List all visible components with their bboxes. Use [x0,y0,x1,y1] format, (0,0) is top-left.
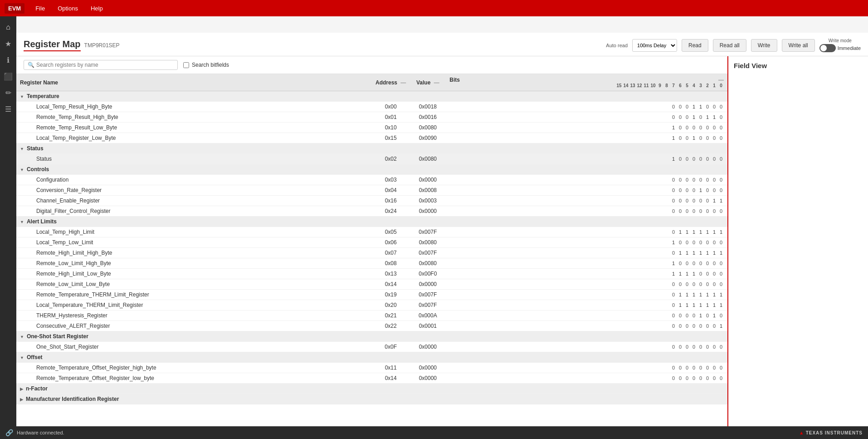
table-row[interactable]: One_Shot_Start_Register0x0F0x00000000000… [16,342,727,352]
sidebar-star-icon[interactable]: ★ [1,36,15,51]
bit-value: 0 [691,198,697,203]
chevron-icon: ▼ [20,147,24,151]
bit-value: 0 [678,198,683,203]
bit-value: 1 [671,261,676,266]
bit-value: 0 [684,135,690,141]
page-title: Register Map [24,39,81,51]
table-row[interactable]: ▼One-Shot Start Register [16,331,727,342]
bit-value: 0 [712,261,717,266]
value-cell: 0x0008 [410,185,446,196]
table-row[interactable]: Status0x020x008010000000 [16,154,727,164]
menu-help[interactable]: Help [89,4,105,13]
table-row[interactable]: Conversion_Rate_Register0x040x0008000010… [16,185,727,196]
table-row[interactable]: ▼Temperature [16,91,727,102]
bit-value: 0 [678,177,683,183]
group-label: ▼Alert Limits [16,217,727,227]
bit-value: 0 [718,261,724,266]
bit-value: 1 [691,114,697,120]
register-name-cell: Digital_Filter_Control_Register [16,206,372,217]
table-row[interactable]: Remote_High_Limit_Low_Byte0x130x00F01111… [16,269,727,279]
value-cell: 0x0080 [410,258,446,269]
bit-value: 0 [705,208,710,214]
write-mode-toggle[interactable] [819,44,836,52]
table-row[interactable]: ▼Controls [16,164,727,175]
address-cell: 0x00 [372,102,410,112]
table-row[interactable]: Remote_Temperature_THERM_Limit_Register0… [16,290,727,300]
bit-value: 1 [698,229,703,235]
bit-value: 0 [691,240,697,245]
sidebar-info-icon[interactable]: ℹ [1,53,15,67]
table-row[interactable]: Remote_Low_Limit_Low_Byte0x140x000000000… [16,279,727,290]
address-cell: 0x05 [372,227,410,237]
bits-col-sep[interactable]: — [718,77,724,83]
table-row[interactable]: Local_Temp_High_Limit0x050x007F01111111 [16,227,727,237]
bit-value: 0 [678,104,683,109]
bit-value: 0 [671,208,676,214]
bit-value: 0 [705,261,710,266]
sidebar-list-icon[interactable]: ☰ [1,102,15,116]
table-row[interactable]: Local_Temp_Low_Limit0x060x008010000000 [16,237,727,248]
bit-value: 0 [678,187,683,193]
table-row[interactable]: Remote_Low_Limit_High_Byte0x080x00801000… [16,258,727,269]
table-row[interactable]: ▼Alert Limits [16,217,727,227]
bit-value: 0 [684,365,690,370]
col-bits: Bits — 15 14 13 12 11 10 [446,74,727,91]
top-menu: File Options Help [34,4,105,13]
bits-label: Bits [449,77,460,83]
value-cell: 0x0000 [410,279,446,290]
register-table[interactable]: Register Name Address — Value — Bits [16,74,727,439]
search-input[interactable] [36,62,174,68]
table-row[interactable]: Channel_Enable_Register0x160x00030000001… [16,196,727,206]
read-all-button[interactable]: Read all [713,39,746,52]
bit-value: 0 [705,135,710,141]
bit-value: 0 [705,104,710,109]
bit-value: 0 [671,292,676,297]
address-col-sep[interactable]: — [400,79,406,86]
register-name-cell: Conversion_Rate_Register [16,185,372,196]
bit-value: 1 [712,313,717,318]
menu-options[interactable]: Options [56,4,80,13]
table-row[interactable]: Digital_Filter_Control_Register0x240x000… [16,206,727,217]
write-all-button[interactable]: Write all [782,39,815,52]
bits-cell: 00000000 [446,373,727,384]
table-row[interactable]: Remote_Temperature_Offset_Register_low_b… [16,373,727,384]
ti-icon: ▲ [799,430,804,435]
table-row[interactable]: Remote_Temp_Result_Low_Byte0x100x0080100… [16,123,727,133]
bit-value: 0 [718,281,724,287]
table-row[interactable]: THERM_Hysteresis_Register0x210x000A00001… [16,311,727,321]
sidebar-chart-icon[interactable]: ⬛ [1,69,15,84]
value-col-sep[interactable]: — [434,79,439,86]
read-button[interactable]: Read [682,39,708,52]
group-label: ▼One-Shot Start Register [16,331,727,342]
bit-value: 0 [678,240,683,245]
table-row[interactable]: Consecutive_ALERT_Register0x220x00010000… [16,321,727,331]
chevron-icon: ▼ [20,220,24,224]
search-input-wrapper: 🔍 [24,60,178,70]
table-row[interactable]: Remote_Temp_Result_High_Byte0x010x001600… [16,112,727,123]
sidebar-home-icon[interactable]: ⌂ [1,20,15,35]
delay-select[interactable]: 100ms Delay 500ms Delay 1s Delay [632,39,677,52]
bit-value: 1 [698,250,703,256]
table-row[interactable]: ▶Manufacturer Identification Register [16,394,727,404]
register-name-cell: One_Shot_Start_Register [16,342,372,352]
search-bitfields-checkbox[interactable] [183,62,189,68]
bits-cell: 10010000 [446,133,727,143]
table-row[interactable]: Remote_High_Limit_High_Byte0x070x007F011… [16,248,727,258]
bit-value: 0 [671,375,676,381]
sidebar-edit-icon[interactable]: ✏ [1,85,15,100]
write-button[interactable]: Write [751,39,777,52]
table-row[interactable]: Local_Temperature_THERM_Limit_Register0x… [16,300,727,311]
table-row[interactable]: Local_Temp_Register_Low_Byte0x150x009010… [16,133,727,143]
table-row[interactable]: ▼Offset [16,352,727,363]
table-row[interactable]: Remote_Temperature_Offset_Register_high_… [16,363,727,373]
table-row[interactable]: Configuration0x030x000000000000 [16,175,727,185]
table-row[interactable]: ▶n-Factor [16,384,727,394]
bit-value: 0 [698,261,703,266]
table-row[interactable]: Local_Temp_Result_High_Byte0x000x0018000… [16,102,727,112]
bit-value: 0 [678,125,683,130]
bit-value: 1 [671,135,676,141]
table-row[interactable]: ▼Status [16,143,727,154]
menu-file[interactable]: File [34,4,47,13]
bit-value: 0 [684,114,690,120]
bit-value: 0 [705,323,710,329]
